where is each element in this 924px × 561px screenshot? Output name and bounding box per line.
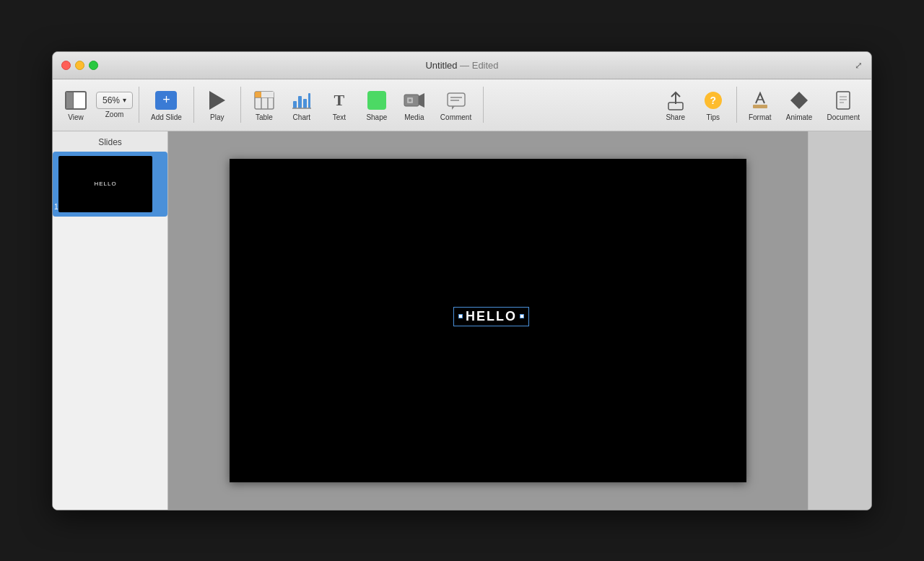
tips-symbol: ?: [710, 95, 716, 106]
add-slide-label: Add Slide: [151, 113, 182, 121]
title-edited: — Edited: [460, 60, 498, 71]
tips-label: Tips: [706, 113, 720, 121]
right-panel: [808, 131, 871, 510]
media-button[interactable]: Media: [397, 83, 432, 126]
animate-label: Animate: [786, 113, 813, 121]
document-label: Document: [827, 113, 860, 121]
svg-rect-16: [448, 93, 465, 106]
svg-rect-9: [303, 99, 307, 108]
hello-text-box[interactable]: HELLO: [453, 307, 529, 326]
shape-icon: [367, 91, 386, 110]
divider-2: [193, 87, 194, 123]
document-icon: [835, 90, 851, 110]
minimize-button[interactable]: [75, 61, 84, 70]
svg-rect-7: [293, 101, 297, 108]
title-bar: Untitled — Edited ⤢: [53, 52, 871, 79]
zoom-control: 56% ▾ Zoom: [96, 83, 133, 126]
play-button[interactable]: Play: [200, 83, 235, 126]
play-label: Play: [210, 113, 224, 121]
chart-label: Chart: [293, 113, 310, 121]
format-button[interactable]: Format: [743, 83, 777, 126]
text-icon: T: [334, 92, 345, 108]
close-button[interactable]: [61, 61, 71, 70]
format-label: Format: [749, 113, 772, 121]
divider-1: [139, 87, 139, 123]
slide-number: 1: [54, 203, 58, 211]
traffic-lights: [61, 61, 98, 70]
svg-rect-8: [298, 96, 302, 108]
fullscreen-icon[interactable]: ⤢: [855, 60, 863, 71]
tips-button[interactable]: ? Tips: [696, 83, 731, 126]
svg-point-15: [409, 99, 411, 102]
add-slide-icon: +: [155, 91, 177, 110]
slide-1-thumbnail: HELLO: [58, 156, 152, 212]
comment-button[interactable]: Comment: [435, 83, 477, 126]
text-button[interactable]: T Text: [322, 83, 357, 126]
slides-header: Slides: [53, 131, 167, 152]
share-button[interactable]: Share: [658, 83, 693, 126]
zoom-button[interactable]: 56% ▾: [96, 92, 133, 109]
svg-rect-22: [753, 105, 767, 108]
divider-5: [736, 87, 737, 123]
document-button[interactable]: Document: [821, 83, 866, 126]
svg-rect-25: [837, 92, 850, 109]
comment-icon: [446, 90, 466, 110]
svg-marker-13: [419, 93, 424, 108]
svg-rect-6: [268, 92, 274, 97]
comment-label: Comment: [440, 113, 471, 121]
animate-button[interactable]: Animate: [780, 83, 819, 126]
svg-rect-10: [308, 93, 310, 108]
table-label: Table: [256, 113, 273, 121]
share-label: Share: [666, 113, 685, 121]
toolbar: View 56% ▾ Zoom + Add Slide Play: [53, 79, 871, 131]
zoom-value: 56%: [103, 95, 120, 105]
maximize-button[interactable]: [89, 61, 98, 70]
add-slide-button[interactable]: + Add Slide: [145, 83, 188, 126]
main-content: Slides HELLO 1 HELLO: [53, 131, 871, 510]
sidebar-empty-area: [53, 217, 167, 510]
hello-text: HELLO: [463, 309, 520, 324]
table-button[interactable]: Table: [247, 83, 282, 126]
svg-rect-5: [261, 92, 268, 97]
canvas-area: HELLO: [168, 131, 808, 510]
media-icon: [403, 90, 426, 110]
chart-icon: [291, 90, 313, 110]
tips-icon: ?: [705, 92, 722, 109]
right-resize-handle[interactable]: [520, 314, 524, 318]
divider-3: [240, 87, 241, 123]
svg-rect-4: [255, 92, 261, 97]
slide-thumb-text: HELLO: [94, 181, 116, 187]
view-button[interactable]: View: [58, 83, 93, 126]
slides-sidebar: Slides HELLO 1: [53, 131, 168, 510]
shape-button[interactable]: Shape: [359, 83, 394, 126]
text-label: Text: [333, 113, 346, 121]
title-name: Untitled: [425, 60, 457, 71]
slide-1-container[interactable]: HELLO 1: [53, 152, 167, 217]
share-icon: [667, 90, 684, 111]
divider-4: [483, 87, 484, 123]
svg-marker-24: [790, 92, 808, 109]
slide-canvas[interactable]: HELLO: [230, 159, 746, 482]
shape-label: Shape: [366, 113, 387, 121]
media-label: Media: [404, 113, 424, 121]
zoom-chevron: ▾: [123, 96, 126, 104]
view-icon: [65, 91, 87, 110]
view-label: View: [68, 113, 84, 121]
format-icon: [750, 90, 770, 110]
chart-button[interactable]: Chart: [284, 83, 319, 126]
zoom-label: Zoom: [105, 110, 124, 118]
animate-icon: [789, 90, 809, 110]
play-icon: [209, 91, 225, 110]
window-title: Untitled — Edited: [425, 60, 498, 71]
table-icon: [253, 90, 275, 110]
keynote-window: Untitled — Edited ⤢ View 56% ▾ Zoom: [52, 51, 872, 510]
